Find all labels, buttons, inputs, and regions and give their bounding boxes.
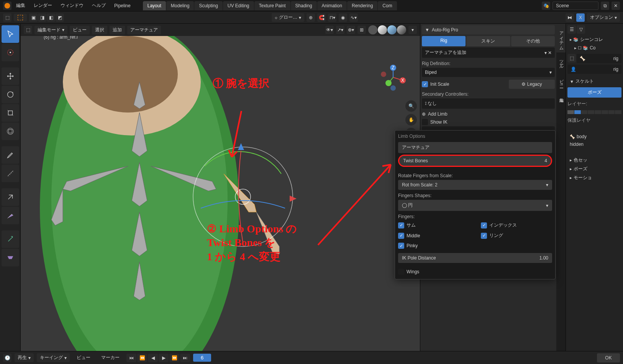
menu-edit[interactable]: 編集	[12, 1, 29, 10]
measure-tool[interactable]	[2, 165, 19, 182]
proportional-curve[interactable]: ∿▾	[349, 13, 358, 22]
viewport-3d[interactable]: ⬚ 編集モード▾ ビュー 選択 追加 アーマチュア 👁▾ ↗▾ ⊕▾ ⊞ ▾	[21, 24, 420, 351]
x-mirror-button[interactable]: X	[576, 13, 585, 22]
next-keyframe-button[interactable]: ⏩	[169, 354, 179, 362]
prev-keyframe-button[interactable]: ⏪	[137, 354, 147, 362]
bone-size-tool[interactable]	[2, 207, 19, 224]
outliner-type-icon[interactable]: ☰	[567, 25, 576, 34]
tab-rendering[interactable]: Rendering	[347, 1, 377, 10]
init-scale-checkbox[interactable]	[422, 81, 428, 87]
current-frame-input[interactable]: 6	[193, 354, 211, 362]
rotate-tool[interactable]	[2, 86, 19, 103]
view-tab[interactable]: ビュー	[556, 72, 566, 90]
cursor-tool-button[interactable]	[14, 14, 27, 21]
edit-tab[interactable]: 編集	[556, 90, 566, 100]
properties-type-icon[interactable]: ⬚	[567, 54, 576, 62]
mode-dropdown[interactable]: 編集モード▾	[34, 26, 67, 34]
add-menu[interactable]: 追加	[110, 26, 125, 34]
tab-uv[interactable]: UV Editing	[223, 1, 254, 10]
annotate-tool[interactable]	[2, 146, 19, 164]
index-checkbox[interactable]	[481, 222, 487, 229]
select-mode-1[interactable]: ▣	[29, 13, 38, 22]
colorset-row[interactable]: ▸ 色セッ	[567, 156, 621, 165]
thumb-checkbox[interactable]	[398, 222, 404, 229]
snap-button[interactable]: 🧲	[317, 13, 326, 22]
arp-panel-header[interactable]: ▼ Auto-Rig Pro	[422, 25, 555, 34]
wireframe-shading[interactable]	[368, 25, 377, 34]
axis-gizmo[interactable]: X Z	[378, 62, 408, 93]
wings-checkbox[interactable]	[398, 269, 404, 275]
layer-grid[interactable]	[567, 110, 621, 114]
view-menu-timeline[interactable]: ビュー	[73, 353, 94, 362]
scene-icon[interactable]: 🎭	[542, 2, 550, 10]
pose-button[interactable]: ポーズ	[567, 87, 621, 98]
solid-shading[interactable]	[378, 25, 387, 34]
scale-tool[interactable]	[2, 104, 19, 122]
ik-pole-field[interactable]: IK Pole Distance 1.00	[398, 253, 552, 263]
pose-row[interactable]: ▸ ポーズ	[567, 165, 621, 173]
motion-row[interactable]: ▸ モーショ	[567, 173, 621, 182]
legacy-button[interactable]: ⚙ Legacy	[509, 80, 555, 89]
show-ik-checkbox[interactable]	[422, 119, 428, 125]
collection-row[interactable]: ▸ ☐ 📚 Co	[567, 44, 621, 52]
options-dropdown[interactable]: オプション▾	[587, 13, 620, 22]
timeline-editor-icon[interactable]: 🕐	[3, 354, 11, 362]
move-tool[interactable]	[2, 67, 19, 85]
gizmo-toggle[interactable]: ↗▾	[336, 26, 344, 34]
twist-bones-field[interactable]: Twist Bones 4	[398, 155, 552, 167]
armature-field[interactable]: アーマチュア	[398, 142, 552, 153]
transform-tool[interactable]	[2, 122, 19, 140]
overlay-toggle[interactable]: ⊕▾	[347, 26, 355, 34]
roll-tool[interactable]	[2, 188, 19, 206]
editor-type-icon[interactable]: ⬚	[24, 26, 32, 34]
jump-start-button[interactable]: ⏮	[126, 354, 136, 362]
tool-tab[interactable]: ツール	[556, 52, 566, 72]
select-mode-2[interactable]: ◨	[38, 13, 46, 22]
matcap-shading[interactable]	[387, 25, 397, 34]
pan-button[interactable]: ✋	[405, 114, 417, 126]
xray-toggle[interactable]: ⊞	[357, 26, 366, 34]
tab-layout[interactable]: Layout	[143, 1, 166, 10]
play-reverse-button[interactable]: ◀	[148, 354, 158, 362]
rig-datablock[interactable]: 🦴 rig	[577, 54, 621, 63]
zoom-button[interactable]: 🔍	[405, 100, 417, 112]
secondary-ctrl-dropdown[interactable]: ⟟ なし	[422, 98, 555, 109]
tab-animation[interactable]: Animation	[317, 1, 347, 10]
shear-tool[interactable]	[2, 249, 19, 266]
skin-tab[interactable]: スキン	[466, 36, 510, 46]
hidden-row[interactable]: hidden	[567, 140, 621, 148]
select-mode-4[interactable]: ◩	[56, 13, 64, 22]
body-row[interactable]: 🦴 body	[567, 133, 621, 140]
proportional-edit[interactable]: ◉	[339, 13, 347, 22]
select-menu[interactable]: 選択	[92, 26, 107, 34]
rig-def-dropdown[interactable]: Biped▾	[422, 68, 555, 77]
menu-window[interactable]: ウィンドウ	[57, 1, 87, 10]
delete-scene-button[interactable]: ✕	[612, 2, 620, 10]
render-shading[interactable]	[397, 25, 406, 34]
skeleton-header[interactable]: ▼ スケルト	[567, 77, 621, 86]
select-mode-3[interactable]: ◧	[47, 13, 55, 22]
tab-shading[interactable]: Shading	[291, 1, 317, 10]
tab-sculpting[interactable]: Sculpting	[194, 1, 222, 10]
finger-shape-dropdown[interactable]: ◯ 円▾	[398, 200, 552, 211]
transform-orientation[interactable]: ⟐グロー…▾	[272, 13, 304, 22]
view-menu[interactable]: ビュー	[70, 26, 90, 34]
editor-type-button[interactable]: ⬚	[3, 13, 11, 22]
middle-checkbox[interactable]	[398, 233, 404, 239]
cursor-tool[interactable]	[2, 44, 19, 61]
tab-compositing[interactable]: Com	[378, 1, 397, 10]
ring-checkbox[interactable]	[481, 233, 487, 239]
rot-from-scale-dropdown[interactable]: Rot from Scale: 2▾	[398, 180, 552, 190]
playback-menu[interactable]: 再生 ▾	[15, 353, 34, 362]
extrude-tool[interactable]	[2, 230, 19, 248]
menu-help[interactable]: ヘルプ	[88, 1, 110, 10]
armature-menu[interactable]: アーマチュア	[127, 26, 161, 34]
add-armature-dropdown[interactable]: アーマチュアを追加▾ ✕	[422, 47, 555, 58]
new-scene-button[interactable]: ⧉	[601, 2, 609, 10]
rig-tab[interactable]: Rig	[422, 36, 466, 46]
scene-collection-row[interactable]: ▸ 📚 シーンコレ	[567, 35, 621, 44]
keying-menu[interactable]: キーイング ▾	[37, 353, 70, 362]
pivot-button[interactable]: ⊕	[307, 13, 315, 22]
menu-render[interactable]: レンダー	[30, 1, 56, 10]
select-tool[interactable]	[2, 25, 19, 43]
